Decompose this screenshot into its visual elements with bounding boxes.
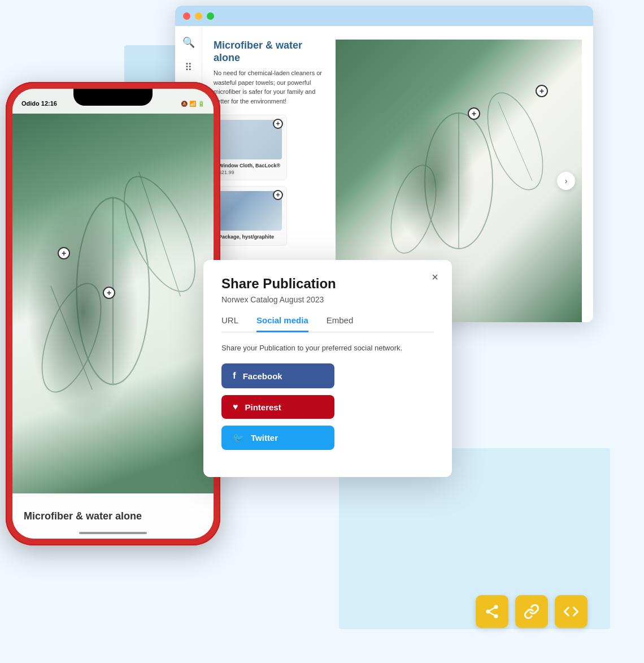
grid-icon[interactable]: ⠿ <box>181 60 196 75</box>
product-card-name-2: Package, hyst/graphite <box>219 234 282 240</box>
phone-notch <box>73 89 153 106</box>
svg-point-4 <box>382 161 444 258</box>
phone-home-indicator <box>79 532 147 534</box>
svg-line-15 <box>490 608 494 611</box>
phone-plus-1[interactable]: + <box>58 247 70 259</box>
svg-point-11 <box>494 605 498 609</box>
link-icon <box>524 604 539 619</box>
pinterest-label: Pinterest <box>245 402 281 412</box>
product-card-1[interactable]: + Window Cloth, BacLock® $21.99 <box>214 115 287 180</box>
twitter-icon: 🐦 <box>233 432 244 443</box>
image-plus-1[interactable]: + <box>468 107 480 120</box>
code-action-button[interactable] <box>555 595 588 628</box>
modal-description: Share your Publication to your preferred… <box>221 344 434 352</box>
share-action-button[interactable] <box>476 595 508 628</box>
browser-dot-red[interactable] <box>183 12 190 20</box>
svg-line-8 <box>139 172 180 296</box>
phone-status-icons: 🔕 📶 🔋 <box>181 101 204 107</box>
browser-dot-yellow[interactable] <box>195 12 202 20</box>
product-card-price-1: $21.99 <box>219 170 282 175</box>
phone-image-content: + + <box>12 89 214 493</box>
pinterest-icon: ♥ <box>233 402 238 412</box>
product-card-name-1: Window Cloth, BacLock® <box>219 163 282 168</box>
browser-nav-arrow[interactable]: › <box>557 172 575 190</box>
svg-line-10 <box>51 286 92 390</box>
modal-tabs: URL Social media Embed <box>221 315 434 332</box>
twitter-label: Twitter <box>251 433 278 443</box>
product-description: No need for chemical-laden cleaners or w… <box>214 68 327 106</box>
link-action-button[interactable] <box>515 595 548 628</box>
phone-outer: Odido 12:16 🔕 📶 🔋 + + <box>6 82 220 545</box>
product-card-image-2 <box>219 191 282 231</box>
phone-bottom-title: Microfiber & water alone <box>24 510 142 522</box>
pinterest-share-button[interactable]: ♥ Pinterest <box>221 395 334 419</box>
share-publication-modal: × Share Publication Norwex Catalog Augus… <box>203 260 452 477</box>
code-icon <box>563 604 579 619</box>
modal-title: Share Publication <box>221 276 434 292</box>
image-plus-2[interactable]: + <box>536 85 548 97</box>
facebook-label: Facebook <box>243 371 282 381</box>
phone-mockup: Odido 12:16 🔕 📶 🔋 + + <box>6 82 220 545</box>
product-card-image-1 <box>219 120 282 159</box>
product-title: Microfiber & water alone <box>214 40 327 64</box>
share-icon <box>484 604 500 619</box>
product-cards: + Window Cloth, BacLock® $21.99 + Packag… <box>214 115 327 246</box>
phone-plus-2[interactable]: + <box>103 287 115 299</box>
bottom-action-icons <box>476 595 588 628</box>
svg-point-13 <box>494 614 498 618</box>
zoom-icon[interactable]: 🔍 <box>181 35 196 50</box>
browser-titlebar <box>175 6 593 26</box>
product-card-2[interactable]: + Package, hyst/graphite <box>214 186 287 246</box>
tab-embed[interactable]: Embed <box>327 315 354 332</box>
phone-inner: Odido 12:16 🔕 📶 🔋 + + <box>12 89 214 539</box>
modal-subtitle: Norwex Catalog August 2023 <box>221 295 434 304</box>
phone-screen: Odido 12:16 🔕 📶 🔋 + + <box>12 89 214 539</box>
facebook-share-button[interactable]: f Facebook <box>221 363 334 388</box>
twitter-share-button[interactable]: 🐦 Twitter <box>221 426 334 450</box>
browser-dot-green[interactable] <box>207 12 214 20</box>
tab-url[interactable]: URL <box>221 315 238 332</box>
facebook-icon: f <box>233 370 236 382</box>
svg-point-12 <box>486 610 490 614</box>
modal-close-button[interactable]: × <box>427 269 443 285</box>
tab-social-media[interactable]: Social media <box>256 315 308 332</box>
svg-line-14 <box>490 613 494 616</box>
